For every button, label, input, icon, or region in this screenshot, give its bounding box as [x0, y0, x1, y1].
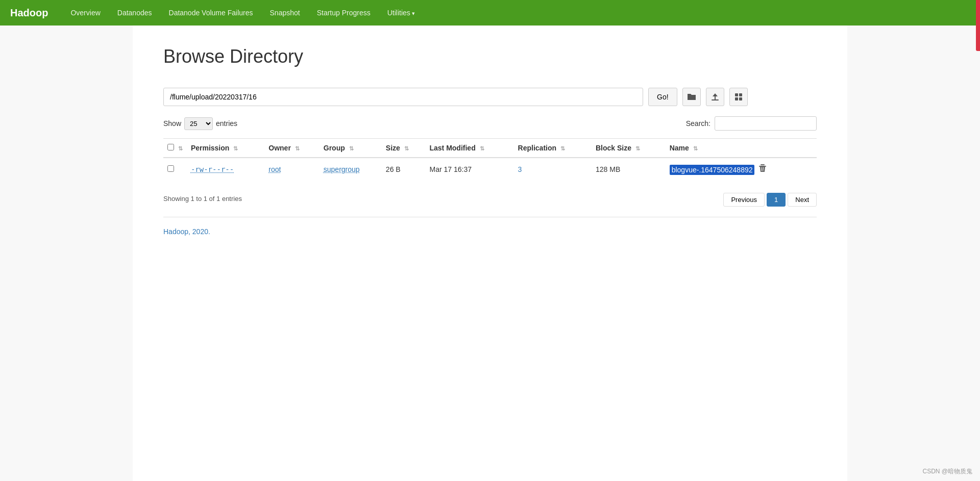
last-modified-header[interactable]: Last Modified ⇅ [425, 139, 513, 158]
navbar: Hadoop Overview Datanodes Datanode Volum… [0, 0, 980, 26]
next-button[interactable]: Next [788, 193, 817, 207]
permission-header[interactable]: Permission ⇅ [187, 139, 264, 158]
name-header[interactable]: Name ⇅ [666, 139, 817, 158]
nav-datanodes[interactable]: Datanodes [110, 5, 159, 21]
nav-startup-progress[interactable]: Startup Progress [310, 5, 378, 21]
sort-group-icon: ⇅ [349, 145, 354, 152]
search-area: Search: [686, 116, 817, 131]
path-bar: Go! [163, 88, 817, 106]
search-label: Search: [686, 119, 710, 128]
page-1-button[interactable]: 1 [767, 193, 786, 207]
size-header[interactable]: Size ⇅ [382, 139, 426, 158]
show-label: Show [163, 119, 181, 128]
bottom-footer-row: Showing 1 to 1 of 1 entries Previous 1 N… [163, 188, 817, 207]
data-table: ⇅ Permission ⇅ Owner ⇅ Group ⇅ Size ⇅ La… [163, 138, 817, 180]
owner-header[interactable]: Owner ⇅ [264, 139, 320, 158]
table-row: -rw-r--r-- root supergroup 26 B Mar 17 1… [163, 158, 817, 180]
trash-icon [759, 164, 766, 172]
search-input[interactable] [715, 116, 817, 131]
group-cell: supergroup [320, 158, 382, 180]
sort-replication-icon: ⇅ [560, 145, 565, 152]
file-name[interactable]: blogvue-.1647506248892 [670, 165, 755, 175]
sort-lastmod-icon: ⇅ [480, 145, 484, 152]
svg-rect-0 [712, 99, 719, 100]
upload-icon-button[interactable] [706, 88, 724, 106]
svg-rect-4 [739, 97, 742, 100]
divider [163, 217, 817, 217]
replication-link[interactable]: 3 [518, 165, 522, 173]
svg-rect-3 [735, 97, 738, 100]
group-header[interactable]: Group ⇅ [320, 139, 382, 158]
showing-text: Showing 1 to 1 of 1 entries [163, 195, 242, 202]
table-view-icon [734, 93, 743, 101]
show-entries: Show 10 25 50 100 entries [163, 117, 237, 130]
row-checkbox[interactable] [167, 165, 174, 172]
sort-size-icon: ⇅ [404, 145, 409, 152]
main-content: Browse Directory Go! Show [133, 26, 847, 481]
svg-rect-6 [761, 164, 765, 165]
table-icon-button[interactable] [729, 88, 748, 106]
permission-cell: -rw-r--r-- [187, 158, 264, 180]
svg-rect-1 [735, 93, 738, 96]
svg-rect-5 [759, 166, 766, 167]
permission-link[interactable]: -rw-r--r-- [191, 165, 234, 173]
svg-rect-2 [739, 93, 742, 96]
nav-datanode-volume-failures[interactable]: Datanode Volume Failures [162, 5, 260, 21]
path-input[interactable] [163, 88, 643, 106]
nav-utilities[interactable]: Utilities [380, 5, 422, 21]
go-button[interactable]: Go! [648, 88, 677, 106]
replication-cell: 3 [514, 158, 592, 180]
entries-select[interactable]: 10 25 50 100 [184, 117, 213, 130]
navbar-nav: Overview Datanodes Datanode Volume Failu… [63, 9, 422, 17]
navbar-brand: Hadoop [10, 7, 48, 19]
block-size-header[interactable]: Block Size ⇅ [592, 139, 666, 158]
nav-snapshot[interactable]: Snapshot [263, 5, 307, 21]
sort-icon-checkbox[interactable]: ⇅ [178, 145, 183, 152]
sort-owner-icon: ⇅ [295, 145, 300, 152]
pagination-area: Previous 1 Next [723, 193, 817, 207]
sort-blocksize-icon: ⇅ [635, 145, 640, 152]
scroll-indicator [976, 0, 980, 51]
block-size-cell: 128 MB [592, 158, 666, 180]
owner-link[interactable]: root [268, 165, 281, 173]
folder-icon [687, 93, 696, 101]
select-all-header: ⇅ [163, 139, 187, 158]
name-cell: blogvue-.1647506248892 [666, 158, 817, 180]
table-body: -rw-r--r-- root supergroup 26 B Mar 17 1… [163, 158, 817, 180]
upload-icon [711, 93, 719, 101]
watermark: CSDN @暗物质鬼 [922, 467, 972, 476]
size-cell: 26 B [382, 158, 426, 180]
previous-button[interactable]: Previous [723, 193, 765, 207]
table-header: ⇅ Permission ⇅ Owner ⇅ Group ⇅ Size ⇅ La… [163, 139, 817, 158]
sort-permission-icon: ⇅ [233, 145, 238, 152]
last-modified-cell: Mar 17 16:37 [425, 158, 513, 180]
select-all-checkbox[interactable] [167, 144, 174, 150]
table-controls: Show 10 25 50 100 entries Search: [163, 116, 817, 131]
group-link[interactable]: supergroup [324, 165, 360, 173]
sort-name-icon: ⇅ [693, 145, 698, 152]
footer-text: Hadoop, 2020. [163, 227, 817, 236]
row-checkbox-cell [163, 158, 187, 180]
entries-label: entries [216, 119, 237, 128]
nav-overview[interactable]: Overview [63, 5, 107, 21]
page-title: Browse Directory [163, 46, 817, 67]
delete-button[interactable] [756, 163, 769, 175]
replication-header[interactable]: Replication ⇅ [514, 139, 592, 158]
folder-icon-button[interactable] [682, 88, 701, 106]
owner-cell: root [264, 158, 320, 180]
